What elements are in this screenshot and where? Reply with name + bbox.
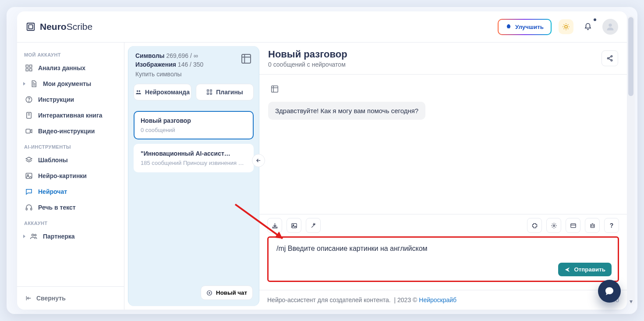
sidebar-item-video[interactable]: Видео-инструкции <box>20 123 121 139</box>
svg-rect-5 <box>30 65 32 67</box>
svg-point-9 <box>28 101 29 101</box>
svg-rect-6 <box>26 69 28 71</box>
sidebar-item-neurochat[interactable]: Нейрочат <box>20 184 121 200</box>
image-icon <box>25 172 33 180</box>
sidebar-group-acct: АККАУНТ <box>20 215 121 228</box>
user-icon <box>605 22 615 32</box>
plugins-icon <box>206 89 212 95</box>
sidebar-item-documents[interactable]: Мои документы <box>20 76 121 92</box>
conversation-item[interactable]: Новый разговор 0 сообщений <box>134 111 254 139</box>
share-button[interactable] <box>602 50 618 66</box>
svg-rect-30 <box>272 227 277 228</box>
svg-rect-23 <box>207 93 209 95</box>
attach-button[interactable] <box>267 218 282 233</box>
svg-rect-31 <box>291 223 296 228</box>
composer: ? /mj Введите описание картинки на англи… <box>259 214 627 290</box>
download-icon <box>272 222 278 229</box>
puzzle-tool[interactable] <box>527 218 542 233</box>
svg-point-16 <box>32 234 34 236</box>
svg-rect-12 <box>26 173 32 178</box>
book-icon <box>25 111 33 119</box>
users-icon <box>30 232 38 240</box>
svg-rect-1 <box>28 25 32 29</box>
new-chat-button[interactable]: Новый чат <box>201 285 253 300</box>
sidebar-item-speech[interactable]: Речь в текст <box>20 200 121 215</box>
svg-point-17 <box>35 234 36 236</box>
magic-tool[interactable] <box>306 218 321 233</box>
wand-icon <box>310 222 317 229</box>
prompt-input[interactable]: /mj Введите описание картинки на английс… <box>267 236 619 282</box>
page-scrollbar[interactable]: ▾ <box>627 16 635 305</box>
svg-rect-15 <box>31 208 32 210</box>
svg-rect-18 <box>242 54 251 63</box>
sun-icon <box>562 23 570 31</box>
robot-tool[interactable] <box>585 218 600 233</box>
sidebar-item-affiliate[interactable]: Партнерка <box>20 228 121 244</box>
upgrade-button[interactable]: Улучшить <box>498 19 552 35</box>
svg-point-3 <box>609 24 612 27</box>
svg-rect-21 <box>207 90 209 92</box>
app-logo[interactable]: NeuroScribe <box>26 21 92 32</box>
collapse-icon <box>25 295 32 302</box>
theme-toggle[interactable] <box>559 19 573 34</box>
buy-symbols-link[interactable]: Купить символы <box>135 71 182 78</box>
avatar[interactable] <box>602 19 618 35</box>
svg-rect-4 <box>26 65 28 67</box>
layout-icon <box>570 222 577 229</box>
notifications-button[interactable] <box>580 19 595 34</box>
footer-brand-link[interactable]: Нейроскрайб <box>419 296 456 303</box>
footer: Нейро-ассистент для создателей контента.… <box>259 290 627 310</box>
share-icon <box>606 55 613 62</box>
svg-rect-24 <box>210 93 212 95</box>
help-icon <box>25 96 33 103</box>
chat-icon <box>25 188 33 196</box>
settings-tool[interactable] <box>546 218 561 233</box>
layers-icon <box>25 156 33 164</box>
sidebar-item-neuro-images[interactable]: Нейро-картинки <box>20 168 121 184</box>
rocket-icon <box>506 24 512 30</box>
layout-tool[interactable] <box>566 218 580 233</box>
topbar: NeuroScribe Улучшить <box>17 11 627 43</box>
svg-point-19 <box>137 90 138 92</box>
cube-icon <box>240 52 253 67</box>
svg-rect-22 <box>210 90 212 92</box>
chat-subtitle: 0 сообщений с нейрочатом <box>268 61 347 68</box>
robot-icon <box>589 222 596 229</box>
scrollbar-down[interactable]: ▾ <box>628 299 633 304</box>
sidebar-item-templates[interactable]: Шаблоны <box>20 152 121 168</box>
image-tool[interactable] <box>287 218 301 233</box>
send-button[interactable]: Отправить <box>558 263 612 276</box>
support-widget[interactable] <box>598 280 621 303</box>
notification-dot <box>594 18 596 21</box>
bell-icon <box>584 23 592 31</box>
sidebar-item-analytics[interactable]: Анализ данных <box>20 60 121 76</box>
scrollbar-handle[interactable] <box>628 17 633 96</box>
puzzle-icon <box>531 222 538 229</box>
svg-rect-11 <box>26 129 30 133</box>
svg-rect-14 <box>26 208 27 210</box>
usage-stats: Символы 269,696 / ∞ Изображения 146 / 35… <box>128 46 259 81</box>
sidebar-group-account: МОЙ АККАУНТ <box>20 47 121 60</box>
sidebar-group-ai: AI-ИНСТРУМЕНТЫ <box>20 139 121 152</box>
chat-title: Новый разговор <box>268 49 347 60</box>
svg-point-33 <box>553 225 555 226</box>
logo-icon <box>26 22 35 32</box>
collapse-sidebar[interactable]: Свернуть <box>20 291 121 305</box>
plugins-tab[interactable]: Плагины <box>196 84 254 100</box>
svg-rect-7 <box>30 69 32 71</box>
sidebar-item-book[interactable]: Интерактивная книга <box>20 107 121 123</box>
help-tool[interactable]: ? <box>604 218 619 233</box>
prompt-value: /mj Введите описание картинки на английс… <box>276 245 428 252</box>
video-icon <box>25 127 33 135</box>
chat-area: Новый разговор 0 сообщений с нейрочатом … <box>259 43 627 310</box>
sidebar-item-instructions[interactable]: Инструкции <box>20 92 121 107</box>
svg-rect-34 <box>570 224 575 228</box>
svg-rect-0 <box>27 23 35 31</box>
plus-icon <box>206 290 212 296</box>
doc-icon <box>30 80 38 88</box>
neuroteam-tab[interactable]: Нейрокоманда <box>134 84 191 100</box>
assistant-message: Здравствуйте! Как я могу вам помочь сего… <box>268 102 425 120</box>
sidebar: МОЙ АККАУНТ Анализ данных Мои документы … <box>17 43 124 310</box>
send-icon <box>564 267 570 273</box>
conversation-item[interactable]: "Инновационный AI-ассист… 185 сообщений … <box>134 144 254 172</box>
